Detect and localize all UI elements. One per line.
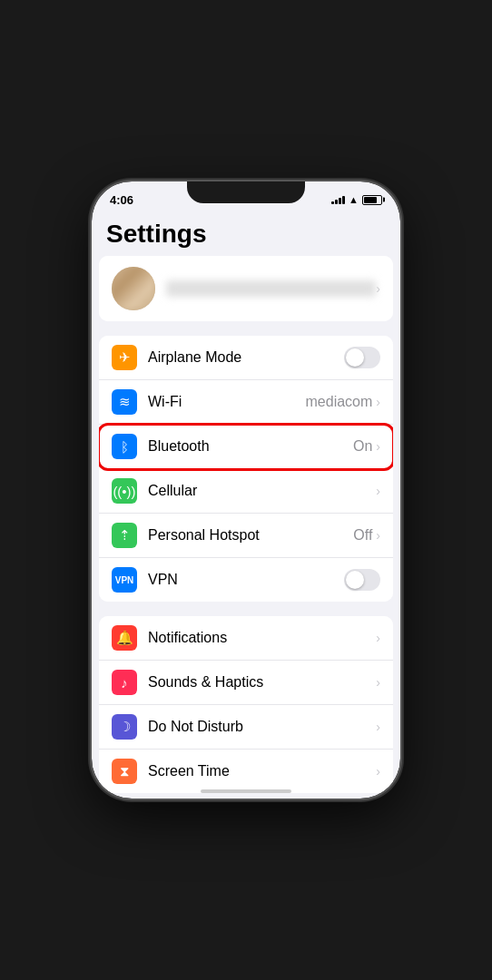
settings-row-bluetooth[interactable]: ᛒBluetoothOn› <box>99 425 393 469</box>
airplane-mode-label: Airplane Mode <box>148 349 344 366</box>
vpn-toggle[interactable] <box>344 569 380 591</box>
settings-row-notifications[interactable]: 🔔Notifications› <box>99 616 393 661</box>
profile-info-blurred <box>166 280 376 297</box>
settings-row-vpn[interactable]: VPNVPN <box>99 558 393 602</box>
settings-row-personal-hotspot[interactable]: ⇡Personal HotspotOff› <box>99 514 393 558</box>
personal-hotspot-icon: ⇡ <box>112 523 137 548</box>
notifications-icon: 🔔 <box>112 625 137 651</box>
vpn-icon: VPN <box>112 567 137 593</box>
screen-time-chevron-icon: › <box>376 764 380 779</box>
do-not-disturb-label: Do Not Disturb <box>148 719 376 735</box>
settings-group-network: ✈Airplane Mode≋Wi-Fimediacom›ᛒBluetoothO… <box>99 336 393 602</box>
bluetooth-chevron-icon: › <box>376 439 380 454</box>
airplane-mode-icon: ✈ <box>112 345 137 370</box>
do-not-disturb-icon: ☽ <box>112 714 137 740</box>
bluetooth-value: On <box>353 438 372 455</box>
settings-row-wifi[interactable]: ≋Wi-Fimediacom› <box>99 380 393 425</box>
notch <box>187 181 305 203</box>
home-indicator <box>201 789 291 793</box>
personal-hotspot-value: Off <box>353 527 372 544</box>
status-icons: ▲ <box>331 194 382 205</box>
settings-row-airplane-mode[interactable]: ✈Airplane Mode <box>99 336 393 380</box>
status-time: 4:06 <box>110 193 133 207</box>
screen-time-icon: ⧗ <box>112 759 137 784</box>
wifi-label: Wi-Fi <box>148 394 306 410</box>
bluetooth-label: Bluetooth <box>148 438 353 455</box>
page-title: Settings <box>92 211 400 256</box>
screen: 4:06 ▲ Settings <box>92 181 400 799</box>
settings-row-sounds-haptics[interactable]: ♪Sounds & Haptics› <box>99 661 393 705</box>
battery-icon <box>362 195 382 205</box>
notifications-label: Notifications <box>148 630 376 646</box>
cellular-label: Cellular <box>148 483 376 499</box>
personal-hotspot-chevron-icon: › <box>376 528 380 543</box>
cellular-icon: ((•)) <box>112 478 137 504</box>
airplane-mode-toggle[interactable] <box>344 347 380 368</box>
phone-frame: 4:06 ▲ Settings <box>92 181 400 799</box>
bluetooth-icon: ᛒ <box>112 434 137 459</box>
screen-time-label: Screen Time <box>148 763 376 779</box>
sounds-haptics-label: Sounds & Haptics <box>148 674 376 691</box>
do-not-disturb-chevron-icon: › <box>376 720 380 734</box>
vpn-label: VPN <box>148 572 344 588</box>
wifi-icon: ≋ <box>112 389 137 415</box>
cellular-chevron-icon: › <box>376 484 380 498</box>
content-area: Settings › ✈Airplane Mode≋Wi-Fimediacom›… <box>92 211 400 799</box>
settings-container: ✈Airplane Mode≋Wi-Fimediacom›ᛒBluetoothO… <box>92 336 400 799</box>
wifi-value: mediacom <box>306 394 373 410</box>
avatar <box>112 267 155 310</box>
wifi-chevron-icon: › <box>376 395 380 409</box>
personal-hotspot-label: Personal Hotspot <box>148 527 353 544</box>
sounds-haptics-icon: ♪ <box>112 670 137 695</box>
profile-chevron-icon: › <box>376 281 380 296</box>
settings-row-cellular[interactable]: ((•))Cellular› <box>99 469 393 514</box>
settings-row-do-not-disturb[interactable]: ☽Do Not Disturb› <box>99 705 393 750</box>
notifications-chevron-icon: › <box>376 631 380 645</box>
profile-row[interactable]: › <box>99 256 393 321</box>
signal-icon <box>331 195 345 204</box>
profile-section: › <box>99 256 393 321</box>
wifi-status-icon: ▲ <box>349 194 359 205</box>
settings-row-screen-time[interactable]: ⧗Screen Time› <box>99 750 393 793</box>
settings-group-notifications: 🔔Notifications›♪Sounds & Haptics›☽Do Not… <box>99 616 393 793</box>
sounds-haptics-chevron-icon: › <box>376 675 380 690</box>
